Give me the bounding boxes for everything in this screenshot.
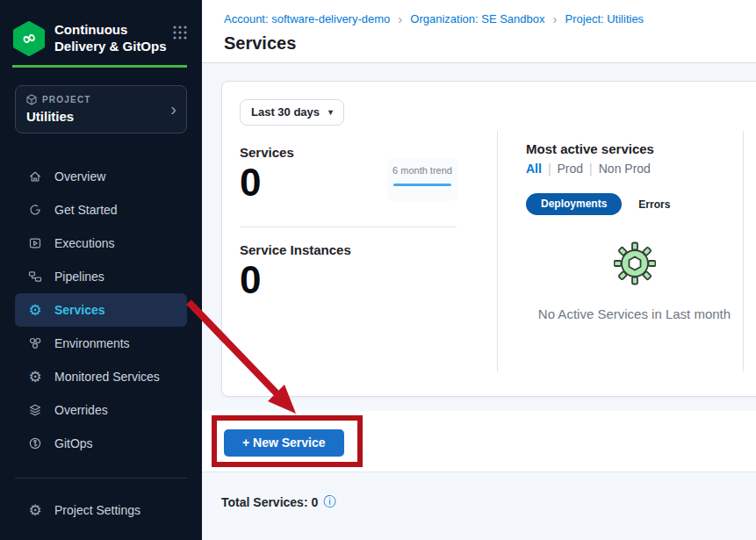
page-header: Account: software-delivery-demo › Organi… bbox=[202, 0, 756, 63]
empty-state-message: No Active Services in Last month bbox=[526, 306, 743, 321]
sidebar-item-label: Project Settings bbox=[54, 503, 140, 517]
services-overview-card: Last 30 days ▾ Services 0 6 month trend … bbox=[221, 81, 756, 397]
time-range-dropdown[interactable]: Last 30 days ▾ bbox=[240, 99, 344, 126]
sidebar-item-overrides[interactable]: Overrides bbox=[15, 393, 187, 427]
project-settings-gear-icon: ⚙ bbox=[26, 503, 44, 518]
sidebar-item-label: Overview bbox=[54, 169, 105, 184]
time-range-value: Last 30 days bbox=[251, 105, 320, 119]
breadcrumb-separator-icon: › bbox=[553, 12, 558, 25]
most-active-services-column: Most active services All | Prod | Non Pr… bbox=[498, 99, 743, 384]
breadcrumb: Account: software-delivery-demo › Organi… bbox=[224, 12, 756, 25]
card-overflow-column bbox=[744, 99, 756, 384]
module-switcher-grid-icon[interactable] bbox=[172, 25, 188, 40]
trend-label: 6 month trend bbox=[387, 165, 457, 176]
chevron-right-icon: › bbox=[170, 100, 176, 118]
harness-cd-logo-icon[interactable]: ∞ bbox=[12, 21, 46, 56]
sidebar-item-services[interactable]: ⚙ Services bbox=[15, 293, 187, 327]
filter-non-prod[interactable]: Non Prod bbox=[599, 162, 651, 176]
toggle-deployments[interactable]: Deployments bbox=[526, 193, 622, 215]
filter-separator: | bbox=[589, 162, 593, 176]
doodle-gear-icon bbox=[614, 241, 656, 285]
env-filter-group: All | Prod | Non Prod bbox=[526, 162, 743, 176]
sidebar: ∞ Continuous Delivery & GitOps PROJECT bbox=[0, 0, 202, 540]
monitored-services-gear-icon: ⚙ bbox=[26, 370, 44, 385]
module-header: ∞ Continuous Delivery & GitOps bbox=[0, 0, 202, 56]
new-service-button[interactable]: + New Service bbox=[224, 429, 344, 457]
sidebar-item-label: Pipelines bbox=[54, 270, 104, 284]
sidebar-item-label: Get Started bbox=[54, 203, 118, 217]
service-instances-metric: Service Instances 0 bbox=[240, 242, 497, 300]
sidebar-item-executions[interactable]: Executions bbox=[15, 227, 187, 260]
sidebar-item-overview[interactable]: Overview bbox=[15, 160, 187, 193]
gitops-icon bbox=[26, 436, 44, 450]
page-content: Last 30 days ▾ Services 0 6 month trend … bbox=[202, 63, 756, 540]
home-icon bbox=[26, 169, 44, 184]
most-active-title: Most active services bbox=[526, 141, 743, 156]
sidebar-item-get-started[interactable]: Get Started bbox=[15, 193, 187, 227]
project-name: Utilities bbox=[26, 109, 176, 124]
total-services-count: Total Services: 0 bbox=[221, 495, 318, 509]
sidebar-item-label: GitOps bbox=[54, 436, 93, 450]
metrics-divider bbox=[240, 227, 457, 227]
toggle-errors[interactable]: Errors bbox=[638, 198, 670, 211]
sidebar-nav: Overview Get Started Executions bbox=[0, 160, 202, 460]
executions-icon bbox=[26, 236, 44, 250]
cube-icon bbox=[26, 94, 37, 105]
main-area: Account: software-delivery-demo › Organi… bbox=[202, 0, 756, 540]
metric-value: 0 bbox=[240, 162, 497, 203]
sidebar-item-environments[interactable]: Environments bbox=[15, 327, 187, 360]
sidebar-item-label: Environments bbox=[54, 336, 130, 350]
module-accent-bar bbox=[12, 65, 187, 68]
pipelines-icon bbox=[26, 270, 44, 284]
sidebar-item-project-settings[interactable]: ⚙ Project Settings bbox=[15, 493, 187, 527]
sidebar-item-gitops[interactable]: GitOps bbox=[15, 427, 187, 460]
services-metric: Services 0 bbox=[240, 145, 497, 203]
breadcrumb-project-link[interactable]: Project: Utilities bbox=[565, 12, 644, 25]
breadcrumb-account-link[interactable]: Account: software-delivery-demo bbox=[224, 12, 390, 25]
metric-value: 0 bbox=[240, 260, 497, 300]
filter-separator: | bbox=[548, 162, 551, 176]
six-month-trend-sparkline[interactable]: 6 month trend bbox=[387, 157, 457, 201]
info-icon[interactable]: ⓘ bbox=[323, 494, 335, 510]
services-gear-icon: ⚙ bbox=[26, 303, 44, 318]
metric-label: Services bbox=[240, 145, 497, 160]
sidebar-item-monitored-services[interactable]: ⚙ Monitored Services bbox=[15, 360, 187, 393]
sidebar-item-label: Executions bbox=[54, 236, 114, 250]
sidebar-divider bbox=[15, 478, 187, 479]
sidebar-item-pipelines[interactable]: Pipelines bbox=[15, 260, 187, 293]
get-started-icon bbox=[26, 203, 44, 217]
sidebar-item-label: Monitored Services bbox=[54, 370, 160, 384]
module-title: Continuous Delivery & GitOps bbox=[54, 21, 172, 54]
metrics-column: Last 30 days ▾ Services 0 6 month trend … bbox=[240, 99, 497, 384]
filter-prod[interactable]: Prod bbox=[558, 162, 584, 176]
sidebar-item-label: Services bbox=[54, 303, 105, 317]
breadcrumb-separator-icon: › bbox=[398, 12, 402, 25]
environments-icon bbox=[26, 336, 44, 350]
no-active-services-empty-state: No Active Services in Last month bbox=[526, 241, 743, 321]
metric-toggle-group: Deployments Errors bbox=[526, 193, 743, 215]
chevron-down-icon: ▾ bbox=[328, 107, 333, 117]
filter-all[interactable]: All bbox=[526, 162, 542, 176]
sidebar-item-label: Overrides bbox=[54, 403, 108, 417]
project-selector[interactable]: PROJECT Utilities › bbox=[15, 85, 187, 133]
project-label: PROJECT bbox=[42, 95, 91, 104]
services-summary-row: Total Services: 0 ⓘ bbox=[202, 472, 756, 510]
page-title: Services bbox=[224, 33, 756, 54]
breadcrumb-organization-link[interactable]: Organization: SE Sandbox bbox=[410, 12, 544, 25]
overrides-layers-icon bbox=[26, 403, 44, 417]
metric-label: Service Instances bbox=[240, 242, 497, 257]
services-toolbar: + New Service bbox=[202, 411, 756, 472]
sparkline-flat-line bbox=[393, 184, 451, 186]
